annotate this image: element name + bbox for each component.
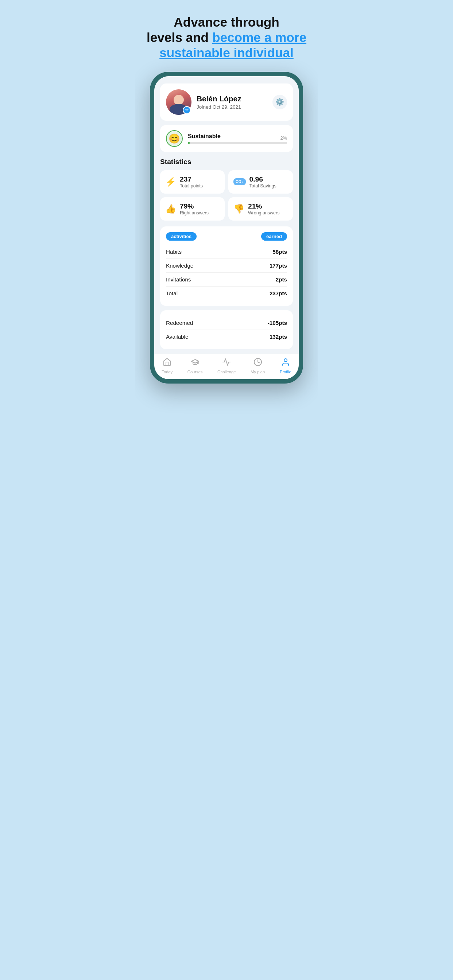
stat-card-right: 👍 79% Right answers [160,197,225,221]
settings-button[interactable]: ⚙️ [273,95,287,110]
table-row: Invitations 2pts [166,273,287,286]
profile-joined: Joined Oct 29, 2021 [196,104,273,110]
stat-co2-info: 0.96 Total Savings [249,175,276,188]
habits-value: 58pts [273,249,287,255]
stats-grid: ⚡ 237 Total points CO2 0.96 Total Saving… [160,170,293,221]
challenge-icon [222,358,231,368]
phone-screen: ✏ Belén López Joined Oct 29, 2021 ⚙️ 😊 S… [154,76,299,379]
thumbs-up-icon: 👍 [165,204,176,214]
thumbs-down-icon: 👎 [233,204,244,214]
nav-courses[interactable]: Courses [187,358,203,374]
nav-today[interactable]: Today [161,358,172,374]
stat-right-info: 79% Right answers [180,202,209,215]
invitations-label: Invitations [166,276,191,283]
svg-point-1 [284,359,287,362]
bottom-nav: Today Courses Challenge [154,354,299,379]
level-info: Sustainable 2% [188,133,287,144]
home-icon [163,358,171,368]
knowledge-label: Knowledge [166,262,193,269]
total-value: 237pts [270,290,287,296]
profile-header: ✏ Belén López Joined Oct 29, 2021 ⚙️ [160,83,293,121]
hero-section: Advance through levels and become a more… [143,14,310,61]
earned-badge: earned [261,232,287,240]
points-label: Total points [180,183,203,188]
stat-card-co2: CO2 0.96 Total Savings [228,170,293,194]
co2-label: Total Savings [249,183,276,188]
table-row: Knowledge 177pts [166,259,287,273]
table-header: activities earned [166,232,287,240]
level-emoji: 😊 [166,130,183,147]
nav-profile[interactable]: Profile [280,358,292,374]
challenge-label: Challenge [217,370,236,374]
activities-badge: activities [166,232,196,240]
table-row: Habits 58pts [166,245,287,259]
courses-icon [191,358,199,368]
points-table: activities earned Habits 58pts Knowledge… [160,226,293,306]
progress-percent: 2% [281,135,287,141]
progress-bar-fill [188,142,190,144]
points-value: 237 [180,175,203,183]
profile-icon [281,358,290,368]
available-label: Available [166,334,188,340]
available-row: Available 132pts [166,330,287,344]
redeemed-value: -105pts [268,320,287,326]
avatar-container: ✏ [166,89,191,115]
myplan-icon [254,358,262,368]
edit-avatar-button[interactable]: ✏ [183,106,191,114]
level-card: 😊 Sustainable 2% [160,125,293,152]
hero-title: Advance through levels and become a more… [146,14,307,61]
co2-value: 0.96 [249,175,276,183]
invitations-value: 2pts [276,276,287,283]
stat-card-points: ⚡ 237 Total points [160,170,225,194]
screen-content: ✏ Belén López Joined Oct 29, 2021 ⚙️ 😊 S… [154,76,299,354]
wrong-value: 21% [248,202,279,210]
redeemed-label: Redeemed [166,320,193,326]
phone-frame: ✏ Belén López Joined Oct 29, 2021 ⚙️ 😊 S… [150,72,303,383]
wrong-label: Wrong answers [248,210,279,215]
habits-label: Habits [166,249,182,255]
stats-title: Statistics [160,158,293,166]
available-value: 132pts [270,334,287,340]
level-name: Sustainable [188,133,287,140]
myplan-label: My plan [250,370,265,374]
stat-points-info: 237 Total points [180,175,203,188]
profile-info: Belén López Joined Oct 29, 2021 [196,94,273,110]
today-label: Today [161,370,172,374]
total-label: Total [166,290,178,296]
progress-bar-container: 2% [188,142,287,144]
right-value: 79% [180,202,209,210]
co2-icon: CO2 [233,178,246,185]
profile-name: Belén López [196,94,273,103]
redeemed-row: Redeemed -105pts [166,316,287,330]
table-row: Total 237pts [166,286,287,300]
stat-wrong-info: 21% Wrong answers [248,202,279,215]
nav-challenge[interactable]: Challenge [217,358,236,374]
courses-label: Courses [187,370,203,374]
knowledge-value: 177pts [270,262,287,269]
profile-label: Profile [280,370,292,374]
progress-bar-bg [188,142,287,144]
right-label: Right answers [180,210,209,215]
nav-myplan[interactable]: My plan [250,358,265,374]
stat-card-wrong: 👎 21% Wrong answers [228,197,293,221]
redeemed-card: Redeemed -105pts Available 132pts [160,310,293,349]
points-icon: ⚡ [165,177,176,187]
